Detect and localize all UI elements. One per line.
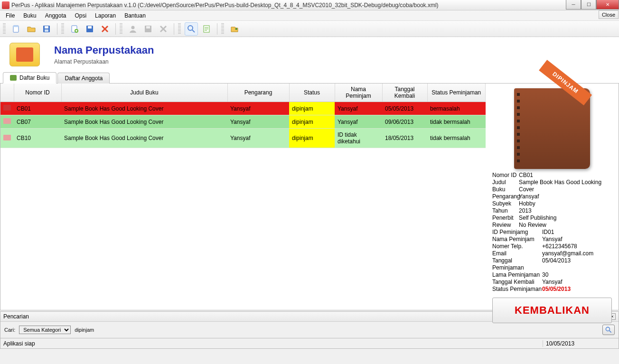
cell-pengarang: Yansyaf [227, 129, 289, 148]
kembalikan-button[interactable]: KEMBALIKAN [492, 298, 612, 323]
val-lama-pinjam: 30 [542, 271, 612, 279]
cell-id: CB07 [14, 115, 61, 129]
delete-button[interactable] [98, 22, 112, 36]
tab-daftar-buku[interactable]: Daftar Buku [3, 72, 56, 84]
col-status-peminjaman[interactable]: Status Peminjaman [427, 84, 486, 102]
search-input[interactable] [75, 327, 169, 333]
toolbar-separator [115, 23, 116, 35]
cell-tgl-kembali: 18/05/2013 [382, 129, 427, 148]
category-select[interactable]: Semua Kategori [19, 326, 71, 334]
lbl-judul-buku: Judul Buku [492, 179, 519, 193]
svg-rect-1 [13, 26, 19, 27]
menu-buku[interactable]: Buku [19, 11, 40, 20]
cell-tgl-kembali: 09/06/2013 [382, 115, 427, 129]
detail-pane: DIPINJAM Nomor IDCB01 Judul BukuSample B… [486, 84, 619, 310]
col-tanggal-kembali[interactable]: Tanggal Kembali [382, 84, 427, 102]
menu-bantuan[interactable]: Bantuan [121, 11, 150, 20]
menu-file[interactable]: File [2, 11, 19, 20]
toolbar-handle[interactable] [221, 23, 224, 35]
lbl-pengarang: Pengarang [492, 193, 519, 200]
add-page-button[interactable] [68, 22, 81, 36]
status-message: Aplikasi siap [0, 340, 543, 347]
menu-anggota[interactable]: Anggota [41, 11, 70, 20]
menu-laporan[interactable]: Laporan [91, 11, 120, 20]
window-title: PerPus - Aplikasi Manajemen Perpustakaan… [11, 2, 439, 9]
lbl-nama-peminjam: Nama Peminjam [492, 236, 542, 243]
export-button[interactable] [228, 22, 241, 36]
col-pengarang[interactable]: Pengarang [227, 84, 289, 102]
cell-id: CB01 [14, 102, 61, 115]
book-table-area[interactable]: Nomor ID Judul Buku Pengarang Status Nam… [0, 84, 486, 310]
cell-id: CB10 [14, 129, 61, 148]
cell-peminjam: Yansyaf [335, 115, 382, 129]
header-band: Nama Perpustakaan Alamat Perpustakaan [0, 37, 619, 72]
maximize-button[interactable]: ☐ [581, 0, 596, 9]
toolbar-separator [174, 23, 174, 35]
val-penerbit: Self Publishing [519, 215, 612, 222]
val-nomer-telp: +6212345678 [542, 243, 612, 250]
svg-rect-3 [45, 26, 48, 28]
table-row[interactable]: CB01Sample Book Has Good Looking CoverYa… [0, 102, 486, 115]
cell-tgl-kembali: 05/05/2013 [382, 102, 427, 115]
val-nama-peminjam: Yansyaf [542, 236, 612, 243]
toolbar-handle[interactable] [61, 23, 64, 35]
lbl-subyek: Subyek [492, 200, 519, 207]
menu-opsi[interactable]: Opsi [71, 11, 90, 20]
tab-label: Daftar Buku [19, 75, 49, 81]
new-button[interactable] [9, 22, 23, 36]
save-button[interactable] [83, 22, 96, 36]
val-status-pinjam: 05/05/2013 [542, 286, 612, 293]
library-name: Nama Perpustakaan [54, 44, 154, 56]
user-button[interactable] [126, 22, 140, 36]
status-date: 10/05/2013 [543, 340, 619, 347]
book-icon [3, 135, 11, 140]
cell-judul: Sample Book Has Good Looking Cover [61, 102, 227, 115]
user-delete-button[interactable] [157, 22, 170, 36]
col-icon[interactable] [0, 84, 14, 102]
cell-status: dipinjam [289, 115, 335, 129]
tab-daftar-anggota[interactable]: Daftar Anggota [57, 73, 110, 84]
library-logo [9, 43, 40, 66]
svg-rect-8 [88, 26, 92, 28]
col-status[interactable]: Status [289, 84, 335, 102]
cell-judul: Sample Book Has Good Looking Cover [61, 115, 227, 129]
toolbar-handle[interactable] [178, 23, 181, 35]
lbl-lama-pinjam: Lama Peminjaman [492, 271, 542, 279]
save-all-button[interactable] [40, 22, 53, 36]
lbl-tahun: Tahun [492, 207, 519, 215]
app-icon [2, 1, 9, 9]
table-row[interactable]: CB07Sample Book Has Good Looking CoverYa… [0, 115, 486, 129]
row-icon-cell [0, 115, 14, 129]
tabs: Daftar Buku Daftar Anggota [0, 72, 619, 84]
search-body: Cari: Semua Kategori [0, 322, 619, 338]
col-nomor-id[interactable]: Nomor ID [14, 84, 61, 102]
toolbar-handle[interactable] [120, 23, 122, 35]
lbl-nomor-id: Nomor ID [492, 172, 519, 179]
svg-point-12 [188, 26, 193, 30]
search-go-button[interactable] [602, 325, 615, 335]
book-icon [10, 75, 17, 81]
table-row[interactable]: CB10Sample Book Has Good Looking CoverYa… [0, 129, 486, 148]
report-button[interactable] [200, 22, 213, 36]
cell-status: dipinjam [289, 102, 335, 115]
close-tab-button[interactable]: Close [599, 10, 619, 19]
search-button[interactable] [185, 22, 198, 36]
val-tgl-pinjam: 05/04/2013 [542, 257, 612, 271]
user-save-button[interactable] [141, 22, 155, 36]
col-judul-buku[interactable]: Judul Buku [61, 84, 227, 102]
library-address: Alamat Perpustakaan [54, 58, 154, 65]
val-email: yansyaf@gmail.com [542, 250, 612, 257]
lbl-tgl-pinjam: Tanggal Peminjaman [492, 257, 542, 271]
svg-rect-11 [146, 26, 150, 28]
lbl-penerbit: Penerbit [492, 215, 519, 222]
col-nama-peminjam[interactable]: Nama Peminjam [335, 84, 382, 102]
close-button[interactable]: ✕ [596, 0, 619, 9]
val-tgl-kembali: Yansyaf [542, 279, 612, 286]
minimize-button[interactable]: ─ [566, 0, 581, 9]
search-panel-title: Pencarian [3, 313, 29, 320]
toolbar-handle[interactable] [3, 23, 6, 35]
val-subyek: Hobby [519, 200, 612, 207]
cell-status: dipinjam [289, 129, 335, 148]
open-button[interactable] [25, 22, 38, 36]
content: Nomor ID Judul Buku Pengarang Status Nam… [0, 84, 619, 310]
